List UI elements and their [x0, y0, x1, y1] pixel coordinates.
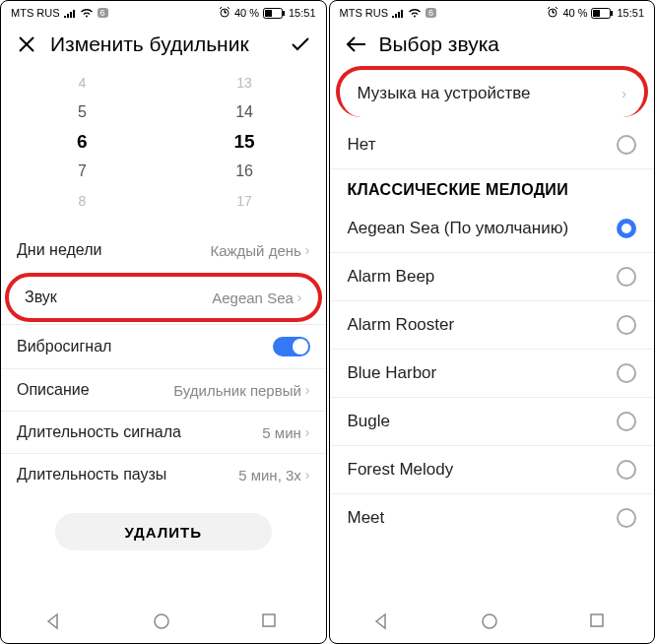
row-label: Дни недели: [17, 241, 101, 259]
wifi-icon: [408, 8, 422, 18]
row-forest-melody[interactable]: Forest Melody: [330, 446, 655, 494]
svg-rect-9: [593, 10, 600, 17]
row-blue-harbor[interactable]: Blue Harbor: [330, 350, 655, 398]
nav-bar: [330, 604, 655, 643]
signal-icon: [64, 8, 76, 18]
page-title: Выбор звука: [379, 32, 641, 56]
row-signal-length[interactable]: Длительность сигнала 5 мин›: [1, 411, 326, 453]
time-picker[interactable]: 4 5 6 7 8 13 14 15 16 17: [1, 62, 326, 229]
row-label: Звук: [25, 289, 57, 306]
svg-point-10: [483, 614, 496, 628]
row-bugle[interactable]: Bugle: [330, 398, 655, 446]
row-label: Вибросигнал: [17, 338, 111, 355]
row-aegean-sea[interactable]: Aegean Sea (По умолчанию): [330, 205, 655, 253]
row-desc[interactable]: Описание Будильник первый›: [1, 368, 326, 411]
row-label: Длительность сигнала: [17, 423, 181, 441]
page-title: Изменить будильник: [50, 32, 277, 56]
battery-pct: 40 %: [234, 7, 259, 19]
chevron-right-icon: ›: [305, 467, 310, 483]
nav-home-icon[interactable]: [481, 612, 502, 634]
row-label: Музыка на устройстве: [358, 84, 531, 103]
svg-rect-8: [611, 11, 613, 16]
row-sound[interactable]: Звук Aegean Sea›: [5, 273, 322, 322]
row-alarm-beep[interactable]: Alarm Beep: [330, 253, 655, 301]
chevron-right-icon: ›: [297, 290, 302, 305]
svg-rect-11: [591, 614, 603, 626]
battery-pct: 40 %: [562, 7, 587, 19]
row-label: Нет: [348, 135, 376, 155]
row-vibro[interactable]: Вибросигнал: [1, 324, 326, 368]
row-days[interactable]: Дни недели Каждый день›: [1, 229, 326, 271]
radio-unchecked[interactable]: [617, 412, 636, 431]
alarm-icon: [219, 6, 230, 20]
confirm-icon[interactable]: [289, 32, 312, 56]
row-device-music[interactable]: Музыка на устройстве ›: [336, 66, 649, 117]
section-title: КЛАССИЧЕСКИЕ МЕЛОДИИ: [330, 169, 655, 205]
status-bar: MTS RUS 6 40 % 15:51: [1, 1, 326, 25]
net-badge: 6: [426, 8, 436, 18]
clock-label: 15:51: [617, 7, 644, 19]
back-icon[interactable]: [344, 32, 367, 56]
row-label: Alarm Rooster: [348, 315, 455, 335]
header: Выбор звука: [330, 25, 655, 62]
hour-col[interactable]: 4 5 6 7 8: [1, 68, 164, 229]
carrier-label: MTS RUS: [11, 7, 60, 19]
row-label: Bugle: [348, 412, 390, 431]
close-icon[interactable]: [15, 32, 38, 56]
wifi-icon: [80, 8, 94, 18]
radio-unchecked[interactable]: [617, 460, 636, 480]
sound-list: Музыка на устройстве › Нет КЛАССИЧЕСКИЕ …: [330, 62, 655, 604]
radio-checked[interactable]: [617, 219, 636, 238]
row-alarm-rooster[interactable]: Alarm Rooster: [330, 301, 655, 350]
nav-back-icon[interactable]: [372, 612, 394, 634]
row-meet[interactable]: Meet: [330, 494, 655, 542]
carrier-label: MTS RUS: [340, 7, 389, 19]
chevron-right-icon: ›: [305, 382, 310, 398]
nav-bar: [1, 604, 326, 643]
chevron-right-icon: ›: [305, 242, 310, 258]
nav-back-icon[interactable]: [44, 612, 66, 634]
clock-label: 15:51: [289, 7, 316, 19]
chevron-right-icon: ›: [622, 86, 626, 101]
row-pause-length[interactable]: Длительность паузы 5 мин, 3x›: [1, 453, 326, 495]
radio-unchecked[interactable]: [617, 315, 636, 335]
svg-rect-2: [283, 11, 285, 16]
delete-button[interactable]: УДАЛИТЬ: [55, 513, 272, 550]
nav-recent-icon[interactable]: [261, 612, 283, 634]
row-label: Forest Melody: [348, 460, 454, 480]
svg-rect-3: [265, 10, 272, 17]
row-label: Meet: [348, 508, 385, 528]
row-label: Aegean Sea (По умолчанию): [348, 219, 569, 238]
header: Изменить будильник: [1, 25, 326, 62]
phone-sound-select: MTS RUS 6 40 % 15:51 Выбор звука Музыка …: [329, 0, 656, 644]
row-label: Blue Harbor: [348, 363, 437, 383]
radio-unchecked[interactable]: [617, 267, 636, 287]
chevron-right-icon: ›: [305, 424, 310, 440]
nav-recent-icon[interactable]: [589, 612, 611, 634]
row-none[interactable]: Нет: [330, 121, 655, 169]
phone-edit-alarm: MTS RUS 6 40 % 15:51 Изменить будильник: [0, 0, 327, 644]
signal-icon: [392, 8, 404, 18]
battery-icon: [591, 8, 613, 19]
toggle-on[interactable]: [273, 337, 310, 356]
alarm-icon: [547, 6, 558, 20]
radio-unchecked[interactable]: [617, 135, 636, 155]
svg-rect-5: [263, 614, 275, 626]
net-badge: 6: [98, 8, 108, 18]
svg-point-4: [155, 614, 168, 628]
minute-col[interactable]: 13 14 15 16 17: [164, 68, 326, 229]
radio-unchecked[interactable]: [617, 508, 636, 528]
radio-unchecked[interactable]: [617, 363, 636, 383]
nav-home-icon[interactable]: [153, 612, 174, 634]
status-bar: MTS RUS 6 40 % 15:51: [330, 1, 655, 25]
battery-icon: [263, 8, 285, 19]
row-label: Описание: [17, 381, 90, 399]
settings-list: Дни недели Каждый день› Звук Aegean Sea›…: [1, 229, 326, 495]
row-label: Alarm Beep: [348, 267, 435, 287]
row-label: Длительность паузы: [17, 466, 166, 483]
